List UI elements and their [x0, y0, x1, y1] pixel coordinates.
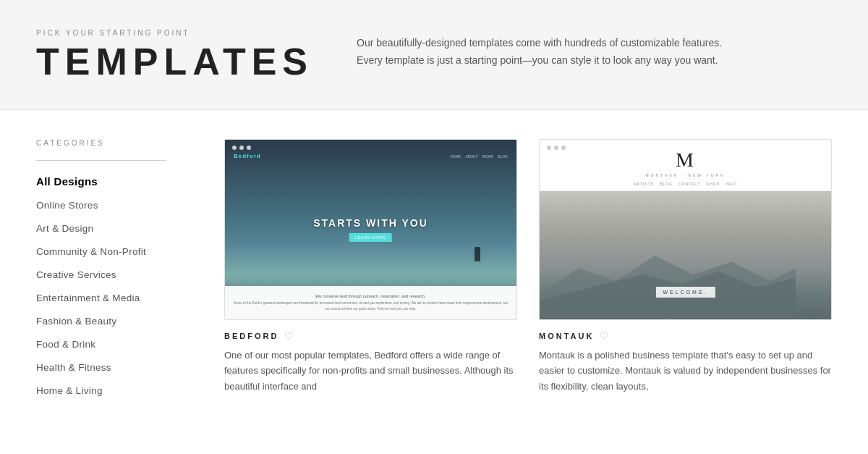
montauk-nav-item: SHOP: [707, 182, 720, 186]
montauk-name-row: MONTAUK ♡: [539, 330, 832, 342]
sidebar-link-health-fitness[interactable]: Health & Fitness: [36, 362, 111, 373]
sidebar-item-creative-services[interactable]: Creative Services: [36, 268, 195, 281]
template-card-bedford: Bedford HOME ABOUT WORK BLOG STARTS WITH…: [224, 139, 517, 394]
header-subtitle: PICK YOUR STARTING POINT: [36, 29, 313, 37]
dot-2: [554, 146, 558, 150]
sidebar-nav: All Designs Online Stores Art & Design C…: [36, 175, 195, 397]
bedford-nav-link: WORK: [482, 154, 494, 159]
sidebar: CATEGORIES All Designs Online Stores Art…: [36, 139, 195, 429]
montauk-nav-item: CONTACT: [678, 182, 701, 186]
bedford-name-row: BEDFORD ♡: [224, 330, 517, 342]
bedford-footer: We conserve land through outreach, resto…: [225, 286, 516, 319]
dot-1: [547, 146, 551, 150]
bedford-nav-links: HOME ABOUT WORK BLOG: [450, 154, 508, 159]
bedford-nav: Bedford HOME ABOUT WORK BLOG: [225, 153, 516, 159]
sidebar-link-fashion-beauty[interactable]: Fashion & Beauty: [36, 316, 116, 327]
header-title: TEMPLATES: [36, 43, 313, 80]
dot-3: [247, 146, 251, 150]
main-content: CATEGORIES All Designs Online Stores Art…: [0, 110, 868, 454]
header-right: Our beautifully-designed templates come …: [357, 29, 832, 70]
bedford-logo: Bedford: [234, 153, 261, 159]
sidebar-link-home-living[interactable]: Home & Living: [36, 385, 103, 396]
bedford-background: Bedford HOME ABOUT WORK BLOG STARTS WITH…: [225, 140, 516, 319]
montauk-thumbnail[interactable]: M MONTAUK · NEW YORK ARTISTS BLOG CONTAC…: [539, 139, 832, 320]
sidebar-item-community[interactable]: Community & Non-Profit: [36, 245, 195, 258]
montauk-template-name: MONTAUK: [539, 332, 594, 340]
montauk-mountain-svg: [540, 243, 796, 319]
montauk-sub-nav: ARTISTS BLOG CONTACT SHOP INFO: [548, 182, 822, 186]
sidebar-link-community[interactable]: Community & Non-Profit: [36, 246, 146, 257]
bedford-description: One of our most popular templates, Bedfo…: [224, 348, 517, 394]
bedford-thumbnail[interactable]: Bedford HOME ABOUT WORK BLOG STARTS WITH…: [224, 139, 517, 320]
sidebar-item-all-designs[interactable]: All Designs: [36, 175, 195, 188]
bedford-template-name: BEDFORD: [224, 332, 278, 340]
sidebar-link-creative-services[interactable]: Creative Services: [36, 269, 116, 280]
bedford-nav-link: ABOUT: [465, 154, 477, 159]
dot-1: [232, 146, 237, 150]
header-description: Our beautifully-designed templates come …: [357, 35, 733, 70]
bedford-favorite-icon[interactable]: ♡: [284, 330, 294, 342]
bedford-nav-link: HOME: [450, 154, 461, 159]
sidebar-item-health-fitness[interactable]: Health & Fitness: [36, 361, 195, 374]
montauk-nav-item: ARTISTS: [634, 182, 654, 186]
bedford-figure: [475, 247, 480, 261]
sidebar-item-home-living[interactable]: Home & Living: [36, 384, 195, 397]
dot-2: [239, 146, 244, 150]
window-chrome-dots: [232, 146, 251, 150]
bedford-tagline: STARTS WITH YOU: [313, 217, 428, 229]
header-left: PICK YOUR STARTING POINT TEMPLATES: [36, 29, 313, 80]
montauk-logo-letter: M: [548, 148, 822, 172]
montauk-brand-name: MONTAUK · NEW YORK: [548, 173, 822, 177]
templates-grid: Bedford HOME ABOUT WORK BLOG STARTS WITH…: [224, 139, 832, 429]
montauk-hero-image: WELCOME.: [540, 191, 831, 319]
sidebar-link-online-stores[interactable]: Online Stores: [36, 200, 98, 211]
sidebar-item-food-drink[interactable]: Food & Drink: [36, 337, 195, 350]
sidebar-item-art-design[interactable]: Art & Design: [36, 222, 195, 235]
categories-label: CATEGORIES: [36, 139, 195, 147]
montauk-nav-item: INFO: [726, 182, 737, 186]
montauk-background: M MONTAUK · NEW YORK ARTISTS BLOG CONTAC…: [540, 140, 831, 319]
sidebar-divider: [36, 160, 166, 161]
bedford-nav-link: BLOG: [498, 154, 508, 159]
montauk-description: Montauk is a polished business template …: [539, 348, 832, 394]
bedford-cta-button: LEARN MORE: [349, 233, 392, 242]
sidebar-item-entertainment-media[interactable]: Entertainment & Media: [36, 291, 195, 304]
montauk-welcome-text: WELCOME.: [655, 287, 715, 298]
sidebar-link-art-design[interactable]: Art & Design: [36, 223, 93, 234]
sidebar-item-online-stores[interactable]: Online Stores: [36, 198, 195, 211]
montauk-header: M MONTAUK · NEW YORK ARTISTS BLOG CONTAC…: [540, 140, 831, 191]
montauk-favorite-icon[interactable]: ♡: [600, 330, 609, 342]
sidebar-link-food-drink[interactable]: Food & Drink: [36, 339, 95, 350]
montauk-nav-item: BLOG: [660, 182, 673, 186]
dot-3: [561, 146, 566, 150]
sidebar-link-entertainment-media[interactable]: Entertainment & Media: [36, 293, 140, 303]
sidebar-link-all-designs[interactable]: All Designs: [36, 175, 98, 188]
template-card-montauk: M MONTAUK · NEW YORK ARTISTS BLOG CONTAC…: [539, 139, 832, 394]
header-section: PICK YOUR STARTING POINT TEMPLATES Our b…: [0, 0, 868, 110]
window-chrome-dots: [547, 146, 566, 150]
bedford-hero-text: STARTS WITH YOU LEARN MORE: [313, 217, 428, 242]
sidebar-item-fashion-beauty[interactable]: Fashion & Beauty: [36, 314, 195, 327]
